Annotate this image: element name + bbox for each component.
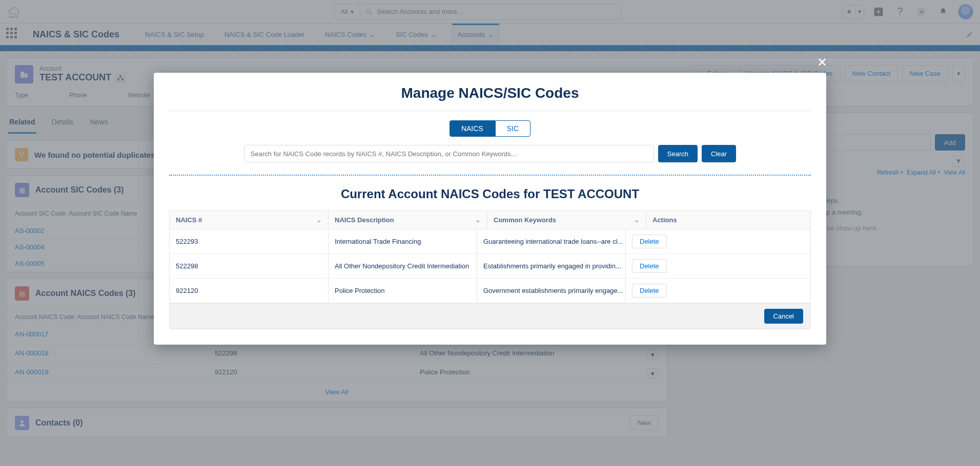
col-naics-num: NAICS # [176,216,202,224]
delete-button[interactable]: Delete [632,284,667,298]
col-actions: Actions [652,216,677,224]
current-codes-table: NAICS #⌄ NAICS Description⌄ Common Keywo… [169,210,811,304]
modal-subtitle: Current Account NAICS Codes for TEST ACC… [169,187,811,201]
chevron-down-icon[interactable]: ⌄ [475,216,481,224]
delete-button[interactable]: Delete [632,235,667,248]
table-row: 522298 All Other Nondepository Credit In… [170,254,810,279]
toggle-naics[interactable]: NAICS [450,120,495,137]
manage-codes-modal: ✕ Manage NAICS/SIC Codes NAICS SIC Searc… [154,73,826,345]
table-row: 922120 Police Protection Government esta… [170,279,810,303]
code-search-input[interactable] [244,145,654,162]
col-common-keywords: Common Keywords [494,216,556,224]
close-icon[interactable]: ✕ [817,55,827,70]
search-button[interactable]: Search [658,145,698,162]
delete-button[interactable]: Delete [632,259,667,273]
code-type-toggle: NAICS SIC [169,120,811,137]
clear-button[interactable]: Clear [702,145,736,162]
col-naics-desc: NAICS Description [335,216,394,224]
modal-title: Manage NAICS/SIC Codes [169,85,811,111]
chevron-down-icon[interactable]: ⌄ [316,216,322,224]
cancel-button[interactable]: Cancel [764,309,803,324]
toggle-sic[interactable]: SIC [495,120,530,137]
table-row: 522293 International Trade Financing Gua… [170,229,810,254]
modal-footer: Cancel [169,304,811,329]
chevron-down-icon[interactable]: ⌄ [634,216,640,224]
